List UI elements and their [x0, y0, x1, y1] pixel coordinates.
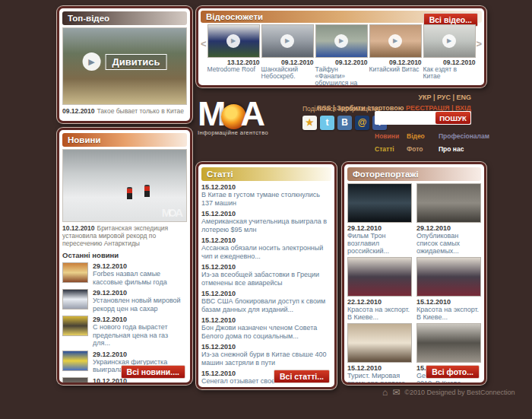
search-input[interactable]: [376, 112, 435, 124]
photo-thumbnail[interactable]: [347, 183, 412, 223]
photo-title[interactable]: Фильм Трон возглавил российский...: [347, 232, 412, 255]
watch-button[interactable]: ▶ Дивитись: [83, 52, 167, 71]
news-item-thumbnail[interactable]: [62, 377, 88, 386]
video-stories-panel: Відеосюжети Всі відео... < ▶ 13.12.2010 …: [196, 6, 486, 87]
article-date: 15.12.2010: [201, 263, 331, 271]
mailru-icon[interactable]: @: [355, 116, 369, 130]
news-list-item[interactable]: 29.12.2010 Установлен новый мировой реко…: [62, 289, 187, 313]
articles-panel: Статті 15.12.2010В Китае в густом тумане…: [196, 162, 337, 389]
video-title[interactable]: Тайфун «Фанапи» обрушился на Китай и Тай…: [315, 66, 368, 87]
menu-item-professionals[interactable]: Професіоналам: [439, 132, 486, 140]
menu-item-about[interactable]: Про нас: [439, 145, 486, 153]
article-date: 15.12.2010: [201, 210, 331, 217]
article-title[interactable]: Американская учительница выиграла в лоте…: [201, 217, 331, 233]
photo-title[interactable]: Красота на экспорт. В Киеве...: [416, 306, 481, 321]
article-item[interactable]: 15.12.2010Американская учительница выигр…: [201, 210, 331, 233]
article-title[interactable]: Ассанжа обязали носить электронный чип и…: [201, 244, 331, 260]
photo-item[interactable]: 29.12.2010 Опубликован список самых ожид…: [416, 183, 481, 255]
language-switcher[interactable]: УКР | РУС | ENG: [317, 94, 471, 101]
menu-item-news[interactable]: Новини: [375, 132, 407, 140]
bookmark-icon[interactable]: ★: [302, 116, 317, 130]
article-item[interactable]: 15.12.2010Из-за снежной бури в Китае свы…: [201, 343, 331, 367]
carousel-prev-arrow[interactable]: <: [201, 38, 207, 49]
news-list-item[interactable]: 29.12.2010 Forbes назвал самые кассовые …: [62, 262, 187, 286]
photo-item[interactable]: 15.12.2010 Турист. Мировая премьера перв…: [347, 323, 412, 385]
menu-item-video[interactable]: Відео: [407, 132, 439, 140]
menu-item-articles[interactable]: Статті: [375, 145, 407, 153]
video-thumbnail[interactable]: ▶: [261, 24, 314, 58]
play-icon: ▶: [334, 34, 348, 48]
logo-letter-a: A: [241, 97, 266, 131]
article-title[interactable]: ВВС США блокировали доступ к своим базам…: [201, 297, 331, 313]
video-title[interactable]: Как ездят в Китае: [423, 66, 476, 80]
news-item-title[interactable]: Установлен новый мировой рекорд цен на с…: [93, 297, 187, 313]
video-thumbnail[interactable]: ▶: [315, 24, 368, 58]
news-list-item[interactable]: 29.12.2010 С нового года вырастет предел…: [62, 316, 187, 348]
photo-title[interactable]: Опубликован список самых ожидаемых...: [416, 232, 481, 255]
top-video-caption-text[interactable]: Такое бывает только в Китае: [97, 107, 184, 115]
all-news-button[interactable]: Всі новини....: [121, 365, 185, 379]
photo-date: 22.12.2010: [347, 298, 412, 306]
mail-icon[interactable]: ✉: [392, 387, 400, 398]
video-title[interactable]: Китайский Витас: [369, 66, 422, 73]
menu-item-photo[interactable]: Фото: [407, 145, 439, 153]
article-title[interactable]: Из-за снежной бури в Китае свыше 400 маш…: [201, 351, 331, 367]
photo-thumbnail[interactable]: [416, 183, 481, 223]
video-thumbnail[interactable]: ▶: [369, 24, 422, 58]
photo-date: 29.12.2010: [416, 224, 481, 232]
play-icon: ▶: [388, 34, 402, 48]
news-item-thumbnail[interactable]: [62, 316, 88, 336]
news-item-thumbnail[interactable]: [62, 289, 88, 309]
page-background: Топ-відео ▶ Дивитись 09.12.2010Такое быв…: [0, 0, 532, 419]
news-item-title[interactable]: Google перепутал погибшего президента По…: [93, 385, 187, 386]
photo-thumbnail[interactable]: [347, 257, 412, 297]
article-item[interactable]: 15.12.2010Ассанжа обязали носить электро…: [201, 236, 331, 260]
news-item-thumbnail[interactable]: [62, 262, 88, 283]
photo-item[interactable]: 22.12.2010 Красота на экспорт. В Киеве..…: [347, 257, 412, 321]
video-item[interactable]: ▶ 09.12.2010 Тайфун «Фанапи» обрушился н…: [315, 24, 368, 87]
news-item-date: 29.12.2010: [93, 289, 187, 297]
photo-thumbnail[interactable]: [416, 257, 481, 297]
article-item[interactable]: 15.12.2010Бон Джови назначен членом Сове…: [201, 316, 331, 340]
news-title: Новини: [68, 135, 100, 144]
vkontakte-icon[interactable]: В: [337, 116, 352, 130]
photo-thumbnail[interactable]: [347, 323, 412, 363]
article-title[interactable]: Из-за всеобщей забастовки в Греции отмен…: [201, 271, 331, 287]
article-title[interactable]: В Китае в густом тумане столкнулись 137 …: [201, 191, 331, 207]
carousel-next-arrow[interactable]: >: [477, 38, 483, 49]
article-title[interactable]: Бон Джови назначен членом Совета Белого …: [201, 324, 331, 340]
news-item-title[interactable]: Forbes назвал самые кассовые фильмы года: [93, 270, 187, 286]
photo-title[interactable]: Турист. Мировая премьера первого...: [347, 372, 412, 385]
top-video-header: Топ-відео: [62, 11, 187, 25]
photo-item[interactable]: 15.12.2010 Красота на экспорт. В Киеве..…: [416, 257, 481, 321]
photo-person-figure: [144, 185, 150, 197]
all-articles-button[interactable]: Всі статті...: [274, 370, 330, 383]
play-icon: ▶: [83, 52, 101, 71]
article-item[interactable]: 15.12.2010В Китае в густом тумане столкн…: [201, 183, 331, 207]
site-logo[interactable]: M A Інформаційне агентство: [198, 97, 268, 136]
video-thumbnail[interactable]: ▶: [423, 24, 476, 58]
all-photos-button[interactable]: Всі фото...: [426, 365, 480, 379]
video-thumbnail[interactable]: ▶: [207, 24, 260, 58]
home-icon[interactable]: ⌂: [382, 387, 388, 398]
video-item[interactable]: ▶ 09.12.2010 Китайский Витас: [369, 24, 422, 73]
video-title[interactable]: Metrodome Roof: [207, 66, 260, 73]
article-item[interactable]: 15.12.2010ВВС США блокировали доступ к с…: [201, 290, 331, 313]
news-featured-image[interactable]: MA: [62, 149, 187, 222]
article-item[interactable]: 15.12.2010Из-за всеобщей забастовки в Гр…: [201, 263, 331, 287]
twitter-icon[interactable]: t: [320, 116, 334, 130]
top-video-thumbnail[interactable]: ▶ Дивитись: [62, 27, 187, 105]
article-date: 15.12.2010: [201, 183, 331, 191]
news-item-title[interactable]: С нового года вырастет предельная цена н…: [93, 323, 187, 348]
video-item[interactable]: ▶ 09.12.2010 Шанхайский Небоскреб.: [261, 24, 314, 80]
video-item[interactable]: ▶ 09.12.2010 Как ездят в Китае: [423, 24, 476, 80]
video-stories-title: Відеосюжети: [206, 12, 263, 21]
top-video-panel: Топ-відео ▶ Дивитись 09.12.2010Такое быв…: [57, 6, 192, 123]
news-item-thumbnail[interactable]: [62, 351, 88, 371]
photo-title[interactable]: Красота на экспорт. В Киеве...: [347, 306, 412, 321]
video-item[interactable]: ▶ 13.12.2010 Metrodome Roof: [207, 24, 260, 73]
photo-item[interactable]: 29.12.2010 Фильм Трон возглавил российск…: [347, 183, 412, 255]
photo-thumbnail[interactable]: [416, 323, 481, 363]
search-button[interactable]: ПОШУК: [435, 112, 470, 124]
video-title[interactable]: Шанхайский Небоскреб.: [261, 66, 314, 80]
